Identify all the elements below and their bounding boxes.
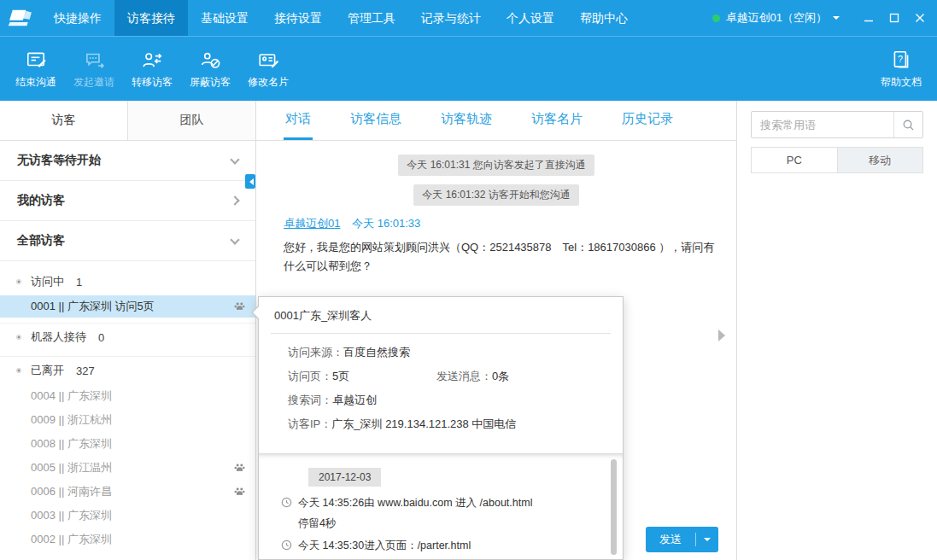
search-icon bbox=[902, 119, 915, 131]
tab-visitor-trail[interactable]: 访客轨迹 bbox=[439, 101, 494, 140]
tab-mobile[interactable]: 移动 bbox=[837, 148, 923, 172]
trail-stay-duration: 停留4秒 bbox=[298, 516, 623, 531]
app-logo-icon[interactable] bbox=[0, 8, 41, 28]
chevron-down-icon bbox=[704, 538, 711, 545]
bullet-icon bbox=[16, 368, 21, 373]
visitor-row-0001[interactable]: 0001 || 广东深圳 访问5页 bbox=[0, 295, 255, 318]
visitor-row-label: 0002 || 广东深圳 bbox=[31, 532, 112, 547]
block-visitor-button[interactable]: 屏蔽访客 bbox=[181, 49, 239, 90]
message-sender-link[interactable]: 卓越迈创01 bbox=[284, 217, 340, 230]
tab-pc[interactable]: PC bbox=[752, 148, 837, 172]
section-no-waiting-visitors[interactable]: 无访客等待开始 bbox=[0, 141, 255, 181]
send-options-dropdown[interactable] bbox=[696, 534, 718, 545]
block-visitor-label: 屏蔽访客 bbox=[190, 75, 231, 90]
section-my-visitors-label: 我的访客 bbox=[17, 193, 65, 208]
system-message: 今天 16:01:31 您向访客发起了直接沟通 bbox=[398, 155, 594, 176]
group-visiting[interactable]: 访问中 1 bbox=[0, 268, 255, 295]
visitor-row-0008[interactable]: 0008 || 广东深圳 bbox=[0, 432, 255, 456]
transfer-visitor-icon bbox=[141, 49, 163, 71]
help-docs-button[interactable]: ? 帮助文档 bbox=[872, 49, 930, 90]
group-robot[interactable]: 机器人接待 0 bbox=[0, 324, 255, 351]
minimize-button[interactable] bbox=[864, 13, 874, 23]
chevron-down-icon bbox=[230, 155, 239, 164]
tab-conversation[interactable]: 对话 bbox=[284, 101, 313, 140]
visitor-row-0002[interactable]: 0002 || 广东深圳 bbox=[0, 528, 255, 551]
visitor-row-0005[interactable]: 0005 || 浙江温州 bbox=[0, 456, 255, 480]
group-offline-label: 已离开 bbox=[31, 363, 64, 378]
menu-item-management-tools[interactable]: 管理工具 bbox=[335, 0, 408, 36]
search-button[interactable] bbox=[893, 112, 922, 137]
trail-scrollbar[interactable] bbox=[611, 459, 617, 555]
trail-event-text: 今天 14:35:26由 www.baidu.com 进入 /about.htm… bbox=[298, 497, 532, 509]
menu-item-basic-settings[interactable]: 基础设置 bbox=[188, 0, 261, 36]
visitor-row-0003[interactable]: 0003 || 广东深圳 bbox=[0, 504, 255, 528]
group-visiting-label: 访问中 bbox=[31, 274, 64, 289]
menu-item-reception-settings[interactable]: 接待设置 bbox=[261, 0, 335, 36]
agent-status-dropdown[interactable]: 卓越迈创01（空闲） bbox=[712, 10, 840, 26]
maximize-button[interactable] bbox=[889, 13, 899, 23]
section-no-waiting-label: 无访客等待开始 bbox=[17, 153, 101, 168]
visitor-row-label: 0008 || 广东深圳 bbox=[31, 436, 112, 452]
visit-trail-panel: 2017-12-03 今天 14:35:26由 www.baidu.com 进入… bbox=[259, 453, 623, 559]
transfer-visitor-button[interactable]: 转移访客 bbox=[123, 49, 181, 90]
section-all-visitors[interactable]: 全部访客 bbox=[0, 221, 255, 261]
send-invite-icon bbox=[83, 49, 105, 71]
edit-card-label: 修改名片 bbox=[248, 75, 289, 90]
group-offline[interactable]: 已离开 327 bbox=[0, 357, 255, 384]
menu-item-quick-actions[interactable]: 快捷操作 bbox=[41, 0, 114, 36]
group-robot-count: 0 bbox=[98, 331, 104, 344]
quick-replies-panel: PC 移动 bbox=[736, 101, 937, 560]
keyword-value: 卓越迈创 bbox=[332, 388, 377, 412]
topbar-right: 卓越迈创01（空闲） bbox=[712, 10, 937, 26]
tab-visitor-card[interactable]: 访客名片 bbox=[530, 101, 584, 140]
edit-card-button[interactable]: 修改名片 bbox=[239, 49, 297, 90]
trail-event: 今天 14:35:26由 www.baidu.com 进入 /about.htm… bbox=[281, 496, 623, 510]
chat-tabs: 对话 访客信息 访客轨迹 访客名片 历史记录 bbox=[256, 101, 736, 141]
quick-reply-search bbox=[751, 111, 923, 138]
collapse-right-panel-handle[interactable] bbox=[718, 330, 731, 341]
bullet-icon bbox=[16, 279, 21, 284]
chat-area: 对话 访客信息 访客轨迹 访客名片 历史记录 今天 16:01:31 您向访客发… bbox=[256, 101, 736, 560]
quick-reply-tabs: PC 移动 bbox=[751, 147, 923, 173]
clock-icon bbox=[281, 497, 292, 508]
help-docs-label: 帮助文档 bbox=[881, 75, 922, 90]
visitor-card-fields: 访问来源： 百度自然搜索 访问页： 5页 发送消息： 0条 搜索词： 卓越迈创 bbox=[259, 334, 623, 436]
messages-label: 发送消息： bbox=[436, 365, 492, 388]
collapse-sidebar-handle[interactable] bbox=[245, 174, 255, 189]
menu-item-records-statistics[interactable]: 记录与统计 bbox=[408, 0, 494, 36]
tab-history[interactable]: 历史记录 bbox=[620, 101, 675, 140]
group-robot-label: 机器人接待 bbox=[31, 330, 86, 345]
menu-item-personal-settings[interactable]: 个人设置 bbox=[494, 0, 567, 36]
chevron-left-icon bbox=[246, 178, 254, 185]
trail-date-badge: 2017-12-03 bbox=[308, 468, 381, 487]
menu-item-help-center[interactable]: 帮助中心 bbox=[567, 0, 641, 36]
end-chat-button[interactable]: 结束沟通 bbox=[7, 49, 65, 90]
tab-visitors[interactable]: 访客 bbox=[0, 101, 127, 140]
ip-value: 广东_深圳 219.134.121.238 中国电信 bbox=[331, 412, 516, 436]
end-chat-icon bbox=[25, 49, 47, 71]
send-button[interactable]: 发送 bbox=[646, 527, 718, 552]
section-all-visitors-label: 全部访客 bbox=[17, 233, 65, 248]
menu-item-visitor-reception[interactable]: 访客接待 bbox=[114, 0, 188, 36]
visitor-row-0006[interactable]: 0006 || 河南许昌 bbox=[0, 480, 255, 504]
send-invite-button[interactable]: 发起邀请 bbox=[65, 49, 123, 90]
visitor-row-0009[interactable]: 0009 || 浙江杭州 bbox=[0, 408, 255, 432]
system-message: 今天 16:01:32 访客开始和您沟通 bbox=[413, 184, 578, 206]
chevron-down-icon bbox=[230, 235, 239, 244]
close-button[interactable] bbox=[915, 13, 925, 23]
tab-visitor-info[interactable]: 访客信息 bbox=[348, 101, 403, 140]
bullet-icon bbox=[16, 335, 21, 340]
edit-card-icon bbox=[257, 49, 279, 71]
tab-team[interactable]: 团队 bbox=[127, 101, 255, 140]
search-input[interactable] bbox=[752, 112, 893, 137]
main-content: 访客 团队 无访客等待开始 我的访客 全部访客 访问中 1 0001 || 广东… bbox=[0, 101, 937, 560]
source-label: 访问来源： bbox=[288, 341, 343, 365]
visitor-info-card: 0001广东_深圳客人 访问来源： 百度自然搜索 访问页： 5页 发送消息： 0… bbox=[258, 296, 624, 560]
send-invite-label: 发起邀请 bbox=[73, 75, 114, 90]
trail-event-text: 今天 14:35:30进入页面：/parter.html bbox=[298, 540, 471, 551]
section-my-visitors[interactable]: 我的访客 bbox=[0, 181, 255, 221]
visitor-row-0004[interactable]: 0004 || 广东深圳 bbox=[0, 384, 255, 408]
online-status-icon bbox=[712, 15, 720, 22]
block-visitor-icon bbox=[199, 49, 221, 71]
paw-icon bbox=[234, 301, 245, 312]
